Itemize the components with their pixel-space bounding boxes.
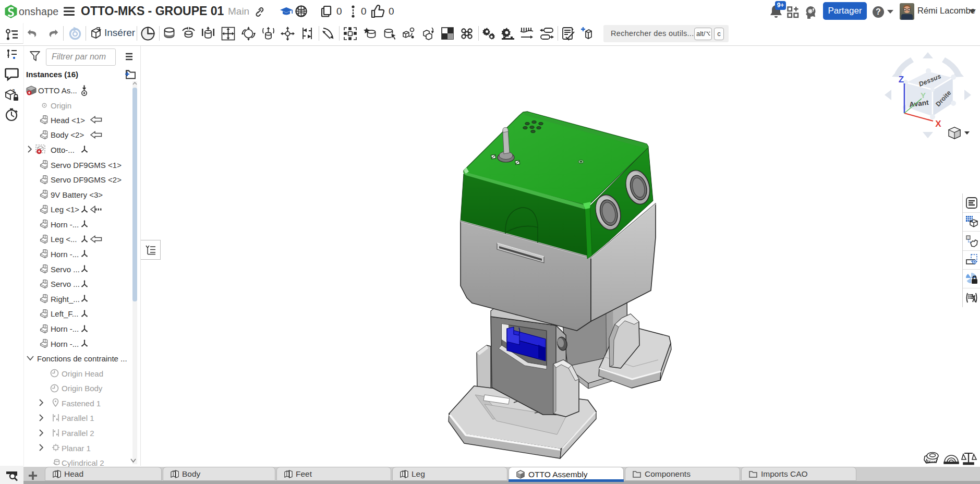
- svg-text:Y: Y: [921, 91, 926, 100]
- svg-text:?: ?: [12, 88, 15, 93]
- svg-text:X: X: [935, 119, 941, 129]
- svg-text:Z: Z: [899, 75, 904, 84]
